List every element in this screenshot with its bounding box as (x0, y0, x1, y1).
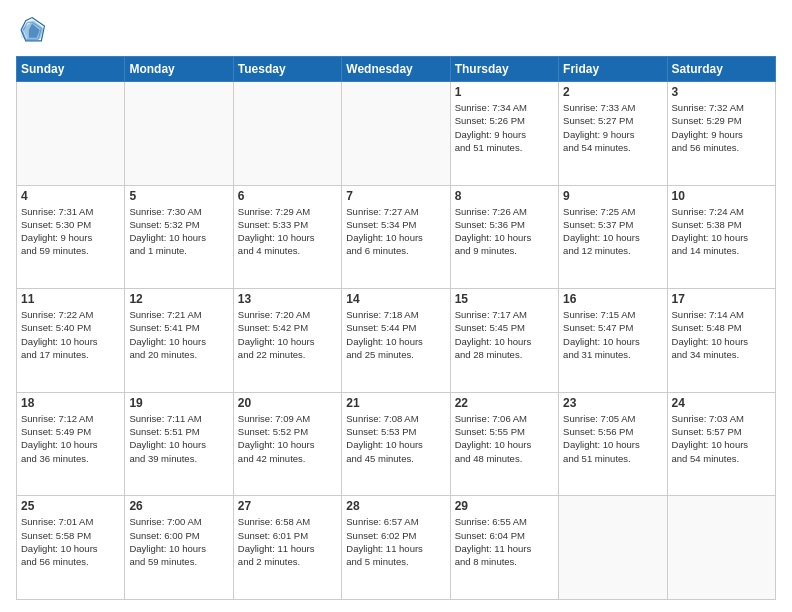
day-info: Sunrise: 7:14 AM Sunset: 5:48 PM Dayligh… (672, 308, 771, 361)
day-number: 19 (129, 396, 228, 410)
day-number: 21 (346, 396, 445, 410)
day-number: 11 (21, 292, 120, 306)
calendar-cell (17, 82, 125, 186)
day-info: Sunrise: 7:15 AM Sunset: 5:47 PM Dayligh… (563, 308, 662, 361)
calendar-cell: 10Sunrise: 7:24 AM Sunset: 5:38 PM Dayli… (667, 185, 775, 289)
calendar-cell: 25Sunrise: 7:01 AM Sunset: 5:58 PM Dayli… (17, 496, 125, 600)
weekday-header-wednesday: Wednesday (342, 57, 450, 82)
page: SundayMondayTuesdayWednesdayThursdayFrid… (0, 0, 792, 612)
day-number: 25 (21, 499, 120, 513)
day-info: Sunrise: 7:18 AM Sunset: 5:44 PM Dayligh… (346, 308, 445, 361)
calendar-cell: 7Sunrise: 7:27 AM Sunset: 5:34 PM Daylig… (342, 185, 450, 289)
logo-icon (18, 16, 46, 44)
day-info: Sunrise: 7:21 AM Sunset: 5:41 PM Dayligh… (129, 308, 228, 361)
day-number: 18 (21, 396, 120, 410)
day-info: Sunrise: 7:32 AM Sunset: 5:29 PM Dayligh… (672, 101, 771, 154)
day-info: Sunrise: 7:27 AM Sunset: 5:34 PM Dayligh… (346, 205, 445, 258)
day-info: Sunrise: 7:05 AM Sunset: 5:56 PM Dayligh… (563, 412, 662, 465)
weekday-header-monday: Monday (125, 57, 233, 82)
day-number: 24 (672, 396, 771, 410)
calendar-cell (667, 496, 775, 600)
calendar-table: SundayMondayTuesdayWednesdayThursdayFrid… (16, 56, 776, 600)
calendar-cell: 13Sunrise: 7:20 AM Sunset: 5:42 PM Dayli… (233, 289, 341, 393)
calendar-cell (233, 82, 341, 186)
day-info: Sunrise: 7:33 AM Sunset: 5:27 PM Dayligh… (563, 101, 662, 154)
calendar-cell: 5Sunrise: 7:30 AM Sunset: 5:32 PM Daylig… (125, 185, 233, 289)
week-row-4: 18Sunrise: 7:12 AM Sunset: 5:49 PM Dayli… (17, 392, 776, 496)
calendar-cell: 11Sunrise: 7:22 AM Sunset: 5:40 PM Dayli… (17, 289, 125, 393)
calendar-cell: 22Sunrise: 7:06 AM Sunset: 5:55 PM Dayli… (450, 392, 558, 496)
day-number: 9 (563, 189, 662, 203)
calendar-cell: 24Sunrise: 7:03 AM Sunset: 5:57 PM Dayli… (667, 392, 775, 496)
day-info: Sunrise: 6:58 AM Sunset: 6:01 PM Dayligh… (238, 515, 337, 568)
day-number: 7 (346, 189, 445, 203)
day-info: Sunrise: 7:17 AM Sunset: 5:45 PM Dayligh… (455, 308, 554, 361)
weekday-header-thursday: Thursday (450, 57, 558, 82)
day-number: 4 (21, 189, 120, 203)
day-number: 17 (672, 292, 771, 306)
day-number: 13 (238, 292, 337, 306)
day-info: Sunrise: 6:55 AM Sunset: 6:04 PM Dayligh… (455, 515, 554, 568)
weekday-header-friday: Friday (559, 57, 667, 82)
week-row-5: 25Sunrise: 7:01 AM Sunset: 5:58 PM Dayli… (17, 496, 776, 600)
day-number: 16 (563, 292, 662, 306)
day-number: 27 (238, 499, 337, 513)
header (16, 12, 776, 48)
day-number: 14 (346, 292, 445, 306)
calendar-cell: 9Sunrise: 7:25 AM Sunset: 5:37 PM Daylig… (559, 185, 667, 289)
day-info: Sunrise: 7:09 AM Sunset: 5:52 PM Dayligh… (238, 412, 337, 465)
calendar-cell (342, 82, 450, 186)
day-info: Sunrise: 7:20 AM Sunset: 5:42 PM Dayligh… (238, 308, 337, 361)
weekday-header-saturday: Saturday (667, 57, 775, 82)
day-number: 28 (346, 499, 445, 513)
calendar-cell: 20Sunrise: 7:09 AM Sunset: 5:52 PM Dayli… (233, 392, 341, 496)
calendar-cell: 23Sunrise: 7:05 AM Sunset: 5:56 PM Dayli… (559, 392, 667, 496)
week-row-1: 1Sunrise: 7:34 AM Sunset: 5:26 PM Daylig… (17, 82, 776, 186)
weekday-header-row: SundayMondayTuesdayWednesdayThursdayFrid… (17, 57, 776, 82)
week-row-3: 11Sunrise: 7:22 AM Sunset: 5:40 PM Dayli… (17, 289, 776, 393)
calendar-cell: 8Sunrise: 7:26 AM Sunset: 5:36 PM Daylig… (450, 185, 558, 289)
day-info: Sunrise: 7:00 AM Sunset: 6:00 PM Dayligh… (129, 515, 228, 568)
calendar-cell: 27Sunrise: 6:58 AM Sunset: 6:01 PM Dayli… (233, 496, 341, 600)
day-info: Sunrise: 7:34 AM Sunset: 5:26 PM Dayligh… (455, 101, 554, 154)
logo (16, 16, 46, 48)
day-info: Sunrise: 7:01 AM Sunset: 5:58 PM Dayligh… (21, 515, 120, 568)
day-info: Sunrise: 7:08 AM Sunset: 5:53 PM Dayligh… (346, 412, 445, 465)
day-number: 12 (129, 292, 228, 306)
calendar-cell: 26Sunrise: 7:00 AM Sunset: 6:00 PM Dayli… (125, 496, 233, 600)
day-info: Sunrise: 7:30 AM Sunset: 5:32 PM Dayligh… (129, 205, 228, 258)
day-number: 15 (455, 292, 554, 306)
calendar-cell: 12Sunrise: 7:21 AM Sunset: 5:41 PM Dayli… (125, 289, 233, 393)
day-number: 3 (672, 85, 771, 99)
day-number: 8 (455, 189, 554, 203)
day-number: 22 (455, 396, 554, 410)
calendar-cell: 16Sunrise: 7:15 AM Sunset: 5:47 PM Dayli… (559, 289, 667, 393)
day-number: 23 (563, 396, 662, 410)
calendar-cell: 4Sunrise: 7:31 AM Sunset: 5:30 PM Daylig… (17, 185, 125, 289)
weekday-header-sunday: Sunday (17, 57, 125, 82)
day-number: 10 (672, 189, 771, 203)
day-info: Sunrise: 7:29 AM Sunset: 5:33 PM Dayligh… (238, 205, 337, 258)
calendar-cell (125, 82, 233, 186)
day-number: 2 (563, 85, 662, 99)
day-number: 26 (129, 499, 228, 513)
calendar-cell: 3Sunrise: 7:32 AM Sunset: 5:29 PM Daylig… (667, 82, 775, 186)
day-info: Sunrise: 7:11 AM Sunset: 5:51 PM Dayligh… (129, 412, 228, 465)
day-number: 29 (455, 499, 554, 513)
day-info: Sunrise: 7:26 AM Sunset: 5:36 PM Dayligh… (455, 205, 554, 258)
day-info: Sunrise: 6:57 AM Sunset: 6:02 PM Dayligh… (346, 515, 445, 568)
weekday-header-tuesday: Tuesday (233, 57, 341, 82)
day-info: Sunrise: 7:06 AM Sunset: 5:55 PM Dayligh… (455, 412, 554, 465)
day-info: Sunrise: 7:25 AM Sunset: 5:37 PM Dayligh… (563, 205, 662, 258)
calendar-cell: 1Sunrise: 7:34 AM Sunset: 5:26 PM Daylig… (450, 82, 558, 186)
calendar-cell: 28Sunrise: 6:57 AM Sunset: 6:02 PM Dayli… (342, 496, 450, 600)
day-info: Sunrise: 7:12 AM Sunset: 5:49 PM Dayligh… (21, 412, 120, 465)
day-number: 1 (455, 85, 554, 99)
calendar-cell: 19Sunrise: 7:11 AM Sunset: 5:51 PM Dayli… (125, 392, 233, 496)
week-row-2: 4Sunrise: 7:31 AM Sunset: 5:30 PM Daylig… (17, 185, 776, 289)
day-info: Sunrise: 7:03 AM Sunset: 5:57 PM Dayligh… (672, 412, 771, 465)
day-number: 20 (238, 396, 337, 410)
day-info: Sunrise: 7:22 AM Sunset: 5:40 PM Dayligh… (21, 308, 120, 361)
day-info: Sunrise: 7:31 AM Sunset: 5:30 PM Dayligh… (21, 205, 120, 258)
calendar-cell: 29Sunrise: 6:55 AM Sunset: 6:04 PM Dayli… (450, 496, 558, 600)
